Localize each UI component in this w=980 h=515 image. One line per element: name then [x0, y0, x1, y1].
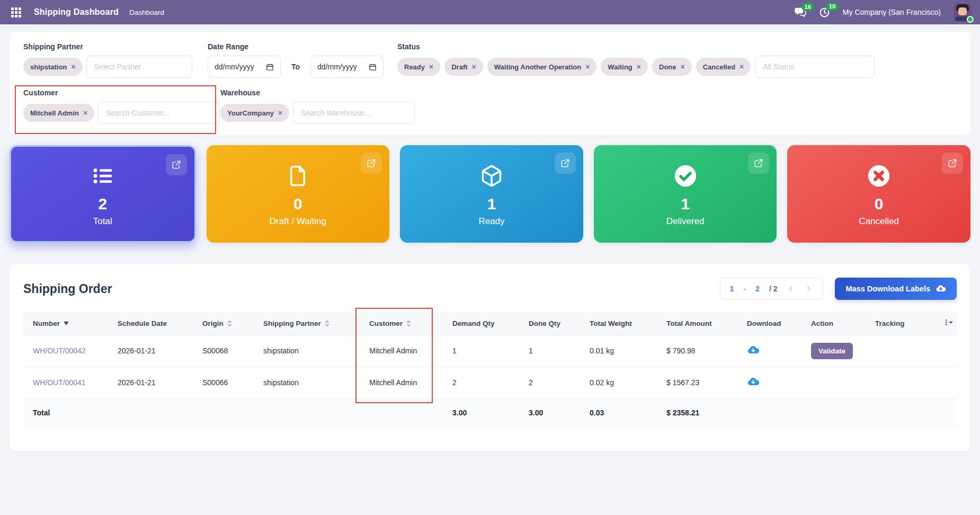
kpi-value: 2: [98, 195, 107, 212]
app-title: Shipping Dashboard: [34, 7, 119, 17]
messages-button[interactable]: 16: [795, 7, 806, 17]
page-start[interactable]: 1: [730, 285, 734, 293]
remove-tag-icon[interactable]: ×: [278, 109, 282, 117]
col-tracking[interactable]: Tracking: [866, 312, 932, 335]
warehouse-input[interactable]: [293, 102, 415, 124]
open-delivered-button[interactable]: [748, 153, 769, 174]
col-download[interactable]: Download: [737, 312, 801, 335]
apps-grid-icon[interactable]: [8, 5, 23, 20]
kpi-card-draft-waiting[interactable]: 0 Draft / Waiting: [207, 145, 390, 243]
cell-total-weight: 0.02 kg: [580, 367, 657, 398]
tag-mitchell-admin[interactable]: Mitchell Admin ×: [23, 104, 94, 122]
remove-tag-icon[interactable]: ×: [681, 63, 685, 70]
open-cancelled-button[interactable]: [942, 153, 963, 174]
kpi-card-cancelled[interactable]: 0 Cancelled: [787, 145, 970, 243]
status-input[interactable]: [755, 56, 875, 78]
external-link-icon: [560, 158, 571, 168]
cell-customer: Mitchell Admin: [360, 335, 443, 367]
total-weight: 0.03: [580, 398, 657, 427]
open-draft-button[interactable]: [361, 153, 382, 174]
cell-total-amount: $ 790.98: [657, 335, 737, 367]
activities-button[interactable]: 10: [819, 7, 830, 18]
pagination: 1 - 2 / 2: [720, 278, 824, 300]
company-switcher[interactable]: My Company (San Francisco): [843, 8, 941, 16]
col-origin[interactable]: Origin: [193, 312, 254, 335]
tag-yourcompany[interactable]: YourCompany ×: [220, 104, 289, 122]
col-total-weight[interactable]: Total Weight: [580, 312, 657, 335]
date-to-input[interactable]: dd/mm/yyyy: [310, 56, 384, 78]
page-separator: -: [743, 285, 746, 293]
shipping-order-panel: Shipping Order 1 - 2 / 2 Mass Download L…: [10, 264, 970, 451]
col-action[interactable]: Action: [801, 312, 866, 335]
customer-label: Customer: [23, 88, 220, 97]
col-done-qty[interactable]: Done Qty: [519, 312, 580, 335]
customer-input[interactable]: [98, 102, 220, 124]
menu-dashboard[interactable]: Dashboard: [129, 8, 164, 16]
cell-tracking: [866, 367, 932, 398]
remove-tag-icon[interactable]: ×: [429, 63, 433, 70]
kpi-card-ready[interactable]: 1 Ready: [400, 145, 583, 243]
cloud-download-icon[interactable]: [747, 344, 760, 357]
sort-both-icon: [406, 320, 411, 327]
section-title: Shipping Order: [23, 282, 112, 296]
filter-shipping-partner: Shipping Partner shipstation ×: [23, 42, 208, 78]
remove-tag-icon[interactable]: ×: [71, 63, 75, 70]
order-number-link[interactable]: WH/OUT/00042: [33, 347, 86, 355]
table-row[interactable]: WH/OUT/00041 2026-01-21 S00066 shipstati…: [23, 367, 957, 398]
tag-status-ready[interactable]: Ready×: [397, 58, 440, 76]
online-status-dot: [967, 16, 974, 23]
page-end[interactable]: 2: [755, 285, 760, 293]
kpi-card-total[interactable]: 2 Total: [10, 145, 196, 243]
sort-desc-icon: [64, 322, 69, 325]
shipping-partner-input[interactable]: [86, 56, 192, 78]
user-avatar[interactable]: [954, 3, 972, 21]
chevron-left-icon[interactable]: [787, 285, 795, 293]
tag-status-waiting-another[interactable]: Waiting Another Operation×: [487, 58, 597, 76]
sort-both-icon: [325, 320, 329, 327]
validate-button[interactable]: Validate: [811, 343, 853, 359]
col-total-amount[interactable]: Total Amount: [657, 312, 737, 335]
tag-label: Draft: [451, 63, 467, 71]
kpi-card-delivered[interactable]: 1 Delivered: [594, 145, 777, 243]
col-number[interactable]: Number: [23, 312, 108, 335]
col-customer[interactable]: Customer: [360, 312, 443, 335]
tag-label: Ready: [404, 63, 425, 71]
date-from-input[interactable]: dd/mm/yyyy: [208, 56, 281, 78]
remove-tag-icon[interactable]: ×: [585, 63, 590, 70]
remove-tag-icon[interactable]: ×: [740, 63, 744, 70]
external-link-icon: [947, 158, 958, 168]
list-icon: [92, 161, 114, 191]
order-number-link[interactable]: WH/OUT/00041: [33, 378, 86, 387]
kpi-value: 1: [681, 195, 690, 212]
col-demand-qty[interactable]: Demand Qty: [443, 312, 519, 335]
open-total-button[interactable]: [166, 154, 187, 175]
cell-done-qty: 2: [519, 367, 580, 398]
remove-tag-icon[interactable]: ×: [637, 63, 641, 70]
tag-status-done[interactable]: Done×: [652, 58, 692, 76]
remove-tag-icon[interactable]: ×: [472, 63, 476, 70]
remove-tag-icon[interactable]: ×: [83, 109, 87, 117]
tag-status-waiting[interactable]: Waiting×: [601, 58, 648, 76]
open-ready-button[interactable]: [555, 153, 576, 174]
external-link-icon: [366, 158, 377, 168]
chevron-right-icon[interactable]: [805, 285, 813, 293]
table-row[interactable]: WH/OUT/00042 2026-01-21 S00068 shipstati…: [23, 335, 957, 367]
messages-count-badge: 16: [801, 3, 814, 11]
tag-status-cancelled[interactable]: Cancelled×: [696, 58, 751, 76]
mass-download-labels-button[interactable]: Mass Download Labels: [835, 278, 957, 300]
cell-origin: S00066: [193, 367, 254, 398]
tag-shipstation[interactable]: shipstation ×: [23, 58, 83, 76]
cloud-download-icon: [936, 283, 946, 294]
mass-download-label: Mass Download Labels: [845, 285, 930, 293]
col-shipping-partner[interactable]: Shipping Partner: [254, 312, 360, 335]
external-link-icon: [753, 158, 764, 168]
column-options-icon[interactable]: [942, 319, 954, 326]
tag-status-draft[interactable]: Draft×: [444, 58, 483, 76]
col-schedule-date[interactable]: Schedule Date: [108, 312, 193, 335]
kpi-label: Delivered: [666, 216, 705, 227]
col-options: [932, 312, 957, 335]
cell-tracking: [866, 335, 932, 367]
table-total-row: Total 3.00 3.00 0.03 $ 2358.21: [23, 398, 957, 427]
cloud-download-icon[interactable]: [747, 376, 760, 388]
status-label: Status: [397, 42, 957, 51]
